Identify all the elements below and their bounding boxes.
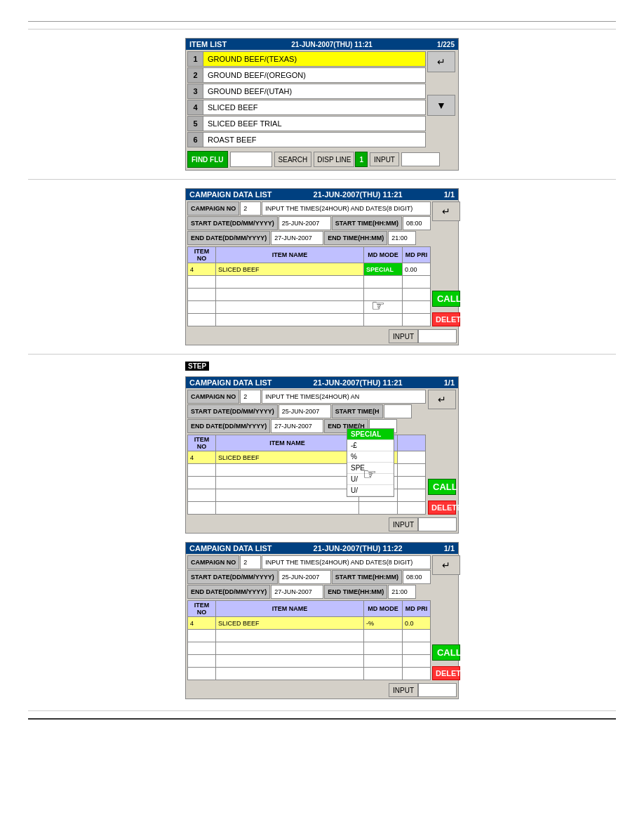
cell-md-mode [363, 301, 402, 314]
scroll-up-button[interactable]: ↵ [427, 51, 455, 72]
dropdown-item-u1[interactable]: U/ [347, 474, 394, 485]
col-item-name-3: ITEM NAME [216, 601, 364, 617]
row-text: GROUND BEEF/(UTAH) [203, 87, 296, 95]
delete-button-1[interactable]: DELETE [432, 312, 460, 326]
start-date-row-2: START DATE(DD/MM/YYYY) 25-JUN-2007 START… [187, 404, 426, 418]
scroll-down-button[interactable]: ▼ [427, 95, 455, 116]
col-item-name-2: ITEM NAME [216, 435, 359, 451]
disp-line-button[interactable]: DISP LINE [314, 152, 354, 167]
call-button-2[interactable]: CALL [428, 479, 456, 495]
cell-item-no [188, 642, 216, 655]
item-list-section: ITEM LIST 21-JUN-2007(THU) 11:21 1/225 1… [168, 38, 476, 171]
start-date-value-2: 25-JUN-2007 [279, 404, 331, 418]
input-label-2: INPUT [389, 517, 418, 531]
call-button-1[interactable]: CALL [432, 291, 460, 307]
item-list-page: 1/225 [437, 41, 455, 48]
section-divider-1 [28, 29, 616, 29]
start-date-label-2: START DATE(DD/MM/YYYY) [187, 404, 278, 418]
campaign-left-1: CAMPAIGN NO 2 INPUT THE TIMES(24HOUR) AN… [187, 201, 431, 326]
campaign-section-1: CAMPAIGN DATA LIST 21-JUN-2007(THU) 11:2… [168, 188, 476, 345]
call-button-3[interactable]: CALL [432, 644, 460, 661]
campaign-body-3: CAMPAIGN NO 2 INPUT THE TIMES(24HOUR) AN… [186, 554, 458, 682]
dropdown-item-pound[interactable]: -£ [347, 440, 394, 451]
table-row[interactable] [188, 642, 431, 655]
cell-item-name [216, 502, 359, 515]
cell-item-name: SLICED BEEF [216, 617, 364, 630]
find-flu-button[interactable]: FIND FLU [187, 151, 228, 168]
cell-item-no: 4 [188, 617, 216, 630]
campaign-no-row: CAMPAIGN NO 2 INPUT THE TIMES(24HOUR) AN… [187, 201, 431, 216]
campaign-instruction-2: INPUT THE TIMES(24HOUR) AN [262, 390, 426, 404]
cell-md-mode: -% [363, 617, 402, 630]
list-item[interactable]: 5 SLICED BEEF TRIAL [187, 116, 426, 131]
item-list-rows: 1 GROUND BEEF/(TEXAS) 2 GROUND BEEF/(ORE… [187, 51, 426, 147]
cell-item-name [216, 477, 359, 489]
campaign-table-wrapper-3: ITEM NO ITEM NAME MD MODE MD PRI 4 SLICE… [187, 600, 431, 680]
cell-item-no [188, 668, 216, 680]
table-row[interactable] [188, 655, 431, 668]
input-field[interactable] [401, 152, 440, 166]
table-row[interactable] [188, 668, 431, 680]
cell-md-pri [402, 655, 430, 668]
table-row[interactable]: 4 SLICED BEEF -% 0.0 [188, 617, 431, 630]
table-row[interactable] [188, 276, 431, 289]
table-row[interactable] [188, 289, 431, 301]
cell-md-mode [363, 655, 402, 668]
list-item[interactable]: 2 GROUND BEEF/(OREGON) [187, 67, 426, 83]
dropdown-item-percent[interactable]: % [347, 451, 394, 463]
list-item[interactable]: 1 GROUND BEEF/(TEXAS) [187, 51, 426, 67]
campaign-left-3: CAMPAIGN NO 2 INPUT THE TIMES(24HOUR) AN… [187, 555, 431, 680]
dropdown-item-special[interactable]: SPECIAL [347, 429, 394, 440]
campaign-title-2: CAMPAIGN DATA LIST [189, 378, 272, 387]
end-date-label-3: END DATE(DD/MM/YYYY) [187, 585, 270, 599]
dropdown-item-spe[interactable]: SPE [347, 463, 394, 474]
end-date-value-3: 27-JUN-2007 [271, 585, 323, 599]
campaign-no-label-2: CAMPAIGN NO [187, 390, 239, 404]
input-field-3[interactable] [418, 683, 457, 697]
bottom-divider [28, 718, 616, 720]
campaign-table-3: ITEM NO ITEM NAME MD MODE MD PRI 4 SLICE… [187, 600, 431, 680]
start-date-value: 25-JUN-2007 [279, 216, 331, 230]
dropdown-item-u2[interactable]: U/ [347, 485, 394, 496]
search-button[interactable]: SEARCH [274, 152, 312, 167]
campaign-page-2: 1/1 [444, 378, 455, 387]
cell-item-no: 4 [188, 451, 216, 464]
find-input[interactable] [230, 152, 272, 167]
campaign-table-1: ITEM NO ITEM NAME MD MODE MD PRI 4 SLICE… [187, 246, 431, 326]
cell-item-name [216, 464, 359, 477]
table-row[interactable] [188, 301, 431, 314]
list-item[interactable]: 4 SLICED BEEF [187, 100, 426, 115]
table-row[interactable] [188, 630, 431, 642]
campaign-no-label-3: CAMPAIGN NO [187, 555, 239, 569]
list-item[interactable]: 6 ROAST BEEF [187, 132, 426, 147]
cell-md-mode [363, 289, 402, 301]
table-row[interactable]: 4 SLICED BEEF SPECIAL 0.00 [188, 263, 431, 276]
back-button-3[interactable]: ↵ [432, 555, 460, 575]
list-item[interactable]: 3 GROUND BEEF/(UTAH) [187, 84, 426, 99]
cell-md-pri: 0.0 [402, 617, 430, 630]
delete-button-2[interactable]: DELETE [428, 501, 456, 515]
input-field-2[interactable] [418, 517, 457, 531]
table-row[interactable] [188, 314, 431, 326]
cell-item-no [188, 314, 216, 326]
delete-button-3[interactable]: DELETE [432, 666, 460, 680]
cell-md-pri [402, 642, 430, 655]
cell-item-no [188, 489, 216, 502]
back-button-2[interactable]: ↵ [428, 390, 456, 409]
item-list-sidebar: ↵ ▼ [427, 51, 457, 147]
input-field-1[interactable] [418, 329, 457, 343]
end-date-label: END DATE(DD/MM/YYYY) [187, 231, 270, 245]
disp-line-num: 1 [355, 152, 368, 167]
campaign-no-value: 2 [240, 201, 261, 216]
table-row[interactable] [188, 502, 426, 515]
input-label-3: INPUT [389, 683, 418, 697]
cell-md-pri [402, 289, 430, 301]
campaign-no-row-3: CAMPAIGN NO 2 INPUT THE TIMES(24HOUR) AN… [187, 555, 431, 569]
back-button-1[interactable]: ↵ [432, 201, 460, 221]
cell-item-name [216, 314, 364, 326]
start-date-row-3: START DATE(DD/MM/YYYY) 25-JUN-2007 START… [187, 570, 431, 584]
cell-md-pri [402, 276, 430, 289]
campaign-title-1: CAMPAIGN DATA LIST [189, 190, 272, 199]
cell-item-name [216, 642, 364, 655]
cell-md-pri [398, 464, 426, 477]
